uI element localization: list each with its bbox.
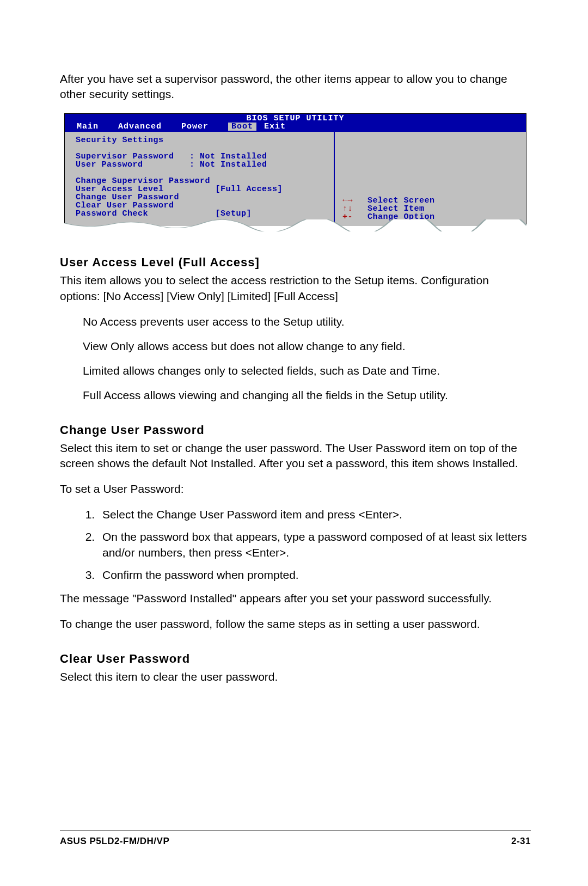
bios-pwcheck-row: Password Check [Setup] [76,209,252,218]
step-1: Select the Change User Password item and… [98,507,531,523]
s3-p1: Select this item to clear the user passw… [60,669,531,685]
step-2: On the password box that appears, type a… [98,529,531,561]
s2-p3: The message "Password Installed" appears… [60,591,531,607]
s1-b4: Full Access allows viewing and changing … [83,388,531,404]
s1-b3: Limited allows changes only to selected … [83,363,531,379]
heading-user-access-level: User Access Level (Full Access] [60,255,531,270]
footer-model: ASUS P5LD2-FM/DH/VP [60,836,169,847]
bios-tab-main: Main [77,123,111,131]
heading-clear-user-password: Clear User Password [60,652,531,666]
legend-select-item: ↑↓ Select Item [342,205,520,213]
bios-tabs: Main Advanced Power Boot Exit [65,123,526,132]
s2-p4: To change the user password, follow the … [60,616,531,632]
bios-tab-power: Power [181,123,220,131]
s1-p1: This item allows you to select the acces… [60,273,531,304]
bios-tab-advanced: Advanced [118,123,174,131]
s1-b2: View Only allows access but does not all… [83,339,531,355]
page-footer: ASUS P5LD2-FM/DH/VP 2-31 [60,830,531,847]
s2-p1: Select this item to set or change the us… [60,441,531,472]
arrow-left-right-icon: ←→ [342,197,358,205]
bios-right-panel: ←→ Select Screen ↑↓ Select Item +- Chang… [335,132,526,228]
legend-select-screen: ←→ Select Screen [342,197,520,205]
bios-section-title: Security Settings [76,136,164,145]
intro-text: After you have set a supervisor password… [60,71,531,102]
bios-user-row: User Password : Not Installed [76,160,267,169]
steps-list: Select the Change User Password item and… [60,507,531,583]
bios-title: BIOS SETUP UTILITY [65,114,526,123]
bios-tab-exit: Exit [264,123,298,131]
bios-tab-boot: Boot [228,123,256,131]
s1-b1: No Access prevents user access to the Se… [83,314,531,330]
footer-page-number: 2-31 [511,836,531,847]
torn-edge [64,226,526,236]
arrow-up-down-icon: ↑↓ [342,205,358,213]
step-3: Confirm the password when prompted. [98,567,531,583]
bios-screenshot: BIOS SETUP UTILITY Main Advanced Power B… [64,113,526,228]
s2-p2: To set a User Password: [60,481,531,497]
heading-change-user-password: Change User Password [60,423,531,437]
bios-left-panel: Security Settings Supervisor Password : … [65,132,335,228]
